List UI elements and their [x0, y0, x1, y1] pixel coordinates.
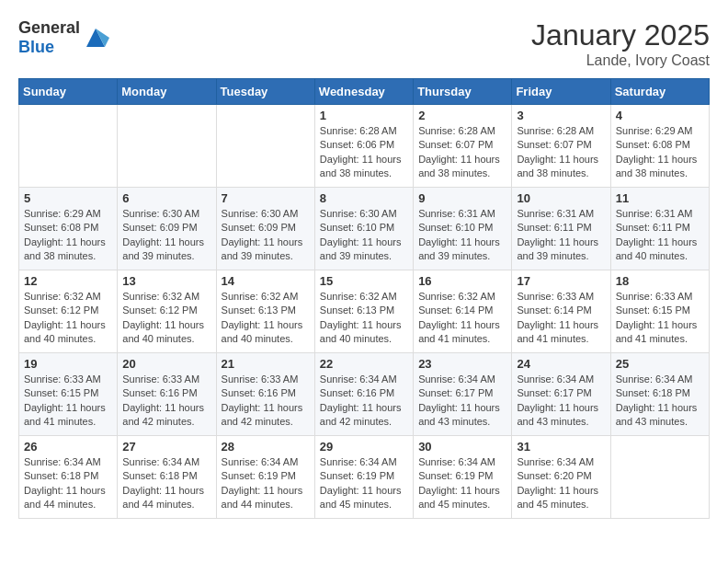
day-number: 22: [320, 357, 408, 371]
day-number: 21: [222, 357, 310, 371]
day-number: 25: [616, 357, 704, 371]
day-info: Sunrise: 6:30 AM Sunset: 6:09 PM Dayligh…: [222, 207, 310, 264]
day-info: Sunrise: 6:33 AM Sunset: 6:15 PM Dayligh…: [616, 290, 704, 347]
day-number: 17: [517, 274, 605, 288]
weekday-header-tuesday: Tuesday: [216, 79, 314, 105]
day-number: 10: [517, 191, 605, 205]
calendar-table: SundayMondayTuesdayWednesdayThursdayFrid…: [18, 78, 710, 519]
calendar-week-row: 12Sunrise: 6:32 AM Sunset: 6:12 PM Dayli…: [19, 270, 710, 353]
day-info: Sunrise: 6:31 AM Sunset: 6:11 PM Dayligh…: [616, 207, 704, 264]
day-number: 20: [122, 357, 210, 371]
day-info: Sunrise: 6:33 AM Sunset: 6:14 PM Dayligh…: [517, 290, 605, 347]
calendar-cell: 12Sunrise: 6:32 AM Sunset: 6:12 PM Dayli…: [19, 270, 118, 353]
day-number: 23: [418, 357, 506, 371]
calendar-cell: 13Sunrise: 6:32 AM Sunset: 6:12 PM Dayli…: [118, 270, 216, 353]
page-header: General Blue January 2025 Lande, Ivory C…: [18, 18, 710, 69]
calendar-cell: 30Sunrise: 6:34 AM Sunset: 6:19 PM Dayli…: [414, 436, 512, 519]
weekday-header-row: SundayMondayTuesdayWednesdayThursdayFrid…: [19, 79, 710, 105]
day-number: 14: [222, 274, 310, 288]
title-block: January 2025 Lande, Ivory Coast: [531, 18, 710, 69]
day-info: Sunrise: 6:34 AM Sunset: 6:19 PM Dayligh…: [320, 455, 408, 512]
day-info: Sunrise: 6:33 AM Sunset: 6:16 PM Dayligh…: [222, 373, 310, 430]
month-title: January 2025: [531, 18, 710, 52]
calendar-cell: 6Sunrise: 6:30 AM Sunset: 6:09 PM Daylig…: [118, 188, 216, 270]
calendar-week-row: 19Sunrise: 6:33 AM Sunset: 6:15 PM Dayli…: [19, 353, 710, 436]
calendar-cell: 4Sunrise: 6:29 AM Sunset: 6:08 PM Daylig…: [610, 105, 709, 188]
day-info: Sunrise: 6:32 AM Sunset: 6:13 PM Dayligh…: [222, 290, 310, 347]
calendar-week-row: 5Sunrise: 6:29 AM Sunset: 6:08 PM Daylig…: [19, 188, 710, 270]
calendar-cell: 15Sunrise: 6:32 AM Sunset: 6:13 PM Dayli…: [314, 270, 413, 353]
day-info: Sunrise: 6:28 AM Sunset: 6:06 PM Dayligh…: [320, 124, 408, 181]
day-info: Sunrise: 6:31 AM Sunset: 6:10 PM Dayligh…: [418, 207, 506, 264]
location-title: Lande, Ivory Coast: [531, 52, 710, 69]
calendar-cell: 24Sunrise: 6:34 AM Sunset: 6:17 PM Dayli…: [512, 353, 610, 436]
calendar-cell: 27Sunrise: 6:34 AM Sunset: 6:18 PM Dayli…: [118, 436, 216, 519]
day-info: Sunrise: 6:28 AM Sunset: 6:07 PM Dayligh…: [517, 124, 605, 181]
day-info: Sunrise: 6:32 AM Sunset: 6:14 PM Dayligh…: [418, 290, 506, 347]
day-info: Sunrise: 6:28 AM Sunset: 6:07 PM Dayligh…: [418, 124, 506, 181]
calendar-cell: 3Sunrise: 6:28 AM Sunset: 6:07 PM Daylig…: [512, 105, 610, 188]
calendar-cell: 28Sunrise: 6:34 AM Sunset: 6:19 PM Dayli…: [216, 436, 314, 519]
calendar-cell: 22Sunrise: 6:34 AM Sunset: 6:16 PM Dayli…: [314, 353, 413, 436]
day-number: 9: [418, 191, 506, 205]
day-info: Sunrise: 6:34 AM Sunset: 6:19 PM Dayligh…: [222, 455, 310, 512]
calendar-cell: [216, 105, 314, 188]
calendar-cell: 17Sunrise: 6:33 AM Sunset: 6:14 PM Dayli…: [512, 270, 610, 353]
day-number: 24: [517, 357, 605, 371]
day-info: Sunrise: 6:34 AM Sunset: 6:19 PM Dayligh…: [418, 455, 506, 512]
day-number: 19: [24, 357, 112, 371]
day-number: 8: [320, 191, 408, 205]
day-info: Sunrise: 6:32 AM Sunset: 6:12 PM Dayligh…: [122, 290, 210, 347]
calendar-cell: 20Sunrise: 6:33 AM Sunset: 6:16 PM Dayli…: [118, 353, 216, 436]
day-number: 26: [24, 440, 112, 454]
day-number: 3: [517, 109, 605, 122]
logo: General Blue: [18, 18, 109, 57]
day-number: 16: [418, 274, 506, 288]
logo-text: General Blue: [18, 18, 80, 57]
day-info: Sunrise: 6:32 AM Sunset: 6:12 PM Dayligh…: [24, 290, 112, 347]
calendar-cell: 1Sunrise: 6:28 AM Sunset: 6:06 PM Daylig…: [314, 105, 413, 188]
calendar-week-row: 26Sunrise: 6:34 AM Sunset: 6:18 PM Dayli…: [19, 436, 710, 519]
calendar-cell: 23Sunrise: 6:34 AM Sunset: 6:17 PM Dayli…: [414, 353, 512, 436]
day-number: 11: [616, 191, 704, 205]
day-info: Sunrise: 6:30 AM Sunset: 6:09 PM Dayligh…: [122, 207, 210, 264]
day-number: 5: [24, 191, 112, 205]
day-info: Sunrise: 6:34 AM Sunset: 6:17 PM Dayligh…: [517, 373, 605, 430]
calendar-cell: 14Sunrise: 6:32 AM Sunset: 6:13 PM Dayli…: [216, 270, 314, 353]
calendar-week-row: 1Sunrise: 6:28 AM Sunset: 6:06 PM Daylig…: [19, 105, 710, 188]
day-number: 15: [320, 274, 408, 288]
day-number: 2: [418, 109, 506, 122]
calendar-cell: 21Sunrise: 6:33 AM Sunset: 6:16 PM Dayli…: [216, 353, 314, 436]
day-info: Sunrise: 6:34 AM Sunset: 6:16 PM Dayligh…: [320, 373, 408, 430]
day-number: 4: [616, 109, 704, 122]
day-info: Sunrise: 6:34 AM Sunset: 6:20 PM Dayligh…: [517, 455, 605, 512]
day-info: Sunrise: 6:31 AM Sunset: 6:11 PM Dayligh…: [517, 207, 605, 264]
weekday-header-sunday: Sunday: [19, 79, 118, 105]
calendar-cell: 19Sunrise: 6:33 AM Sunset: 6:15 PM Dayli…: [19, 353, 118, 436]
day-info: Sunrise: 6:30 AM Sunset: 6:10 PM Dayligh…: [320, 207, 408, 264]
logo-icon: [82, 24, 109, 52]
day-info: Sunrise: 6:33 AM Sunset: 6:15 PM Dayligh…: [24, 373, 112, 430]
weekday-header-saturday: Saturday: [610, 79, 709, 105]
calendar-cell: 16Sunrise: 6:32 AM Sunset: 6:14 PM Dayli…: [414, 270, 512, 353]
weekday-header-wednesday: Wednesday: [314, 79, 413, 105]
calendar-cell: 2Sunrise: 6:28 AM Sunset: 6:07 PM Daylig…: [414, 105, 512, 188]
day-number: 7: [222, 191, 310, 205]
day-number: 1: [320, 109, 408, 122]
calendar-cell: 31Sunrise: 6:34 AM Sunset: 6:20 PM Dayli…: [512, 436, 610, 519]
calendar-cell: [118, 105, 216, 188]
calendar-cell: 29Sunrise: 6:34 AM Sunset: 6:19 PM Dayli…: [314, 436, 413, 519]
calendar-cell: [610, 436, 709, 519]
calendar-cell: 10Sunrise: 6:31 AM Sunset: 6:11 PM Dayli…: [512, 188, 610, 270]
weekday-header-monday: Monday: [118, 79, 216, 105]
day-info: Sunrise: 6:32 AM Sunset: 6:13 PM Dayligh…: [320, 290, 408, 347]
day-info: Sunrise: 6:29 AM Sunset: 6:08 PM Dayligh…: [24, 207, 112, 264]
calendar-cell: 9Sunrise: 6:31 AM Sunset: 6:10 PM Daylig…: [414, 188, 512, 270]
logo-blue: Blue: [18, 38, 54, 56]
weekday-header-thursday: Thursday: [414, 79, 512, 105]
day-info: Sunrise: 6:34 AM Sunset: 6:18 PM Dayligh…: [616, 373, 704, 430]
day-number: 28: [222, 440, 310, 454]
calendar-cell: 18Sunrise: 6:33 AM Sunset: 6:15 PM Dayli…: [610, 270, 709, 353]
day-info: Sunrise: 6:34 AM Sunset: 6:17 PM Dayligh…: [418, 373, 506, 430]
day-number: 31: [517, 440, 605, 454]
